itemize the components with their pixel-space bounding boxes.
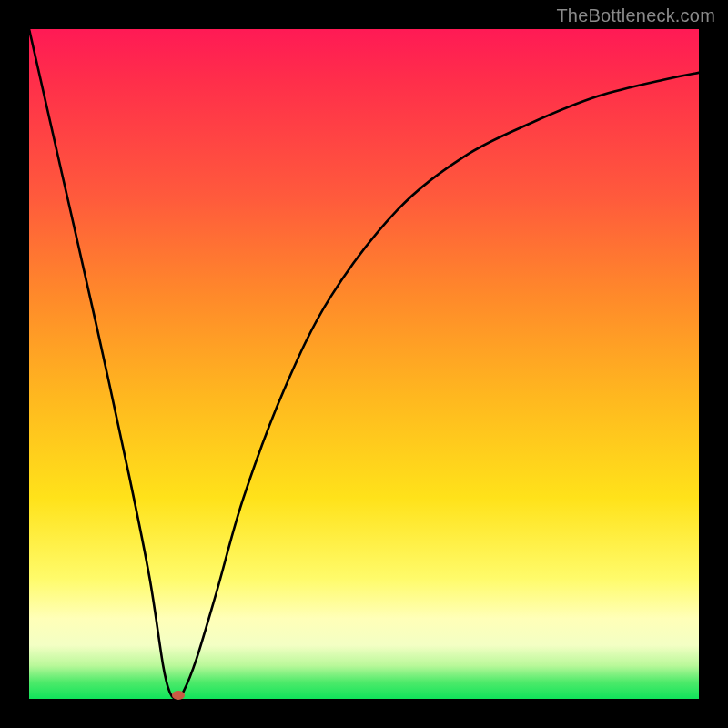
chart-frame: TheBottleneck.com [0,0,728,728]
plot-area [29,29,699,699]
optimal-point-marker [172,691,185,700]
watermark-text: TheBottleneck.com [556,5,715,26]
bottleneck-curve [29,29,699,699]
